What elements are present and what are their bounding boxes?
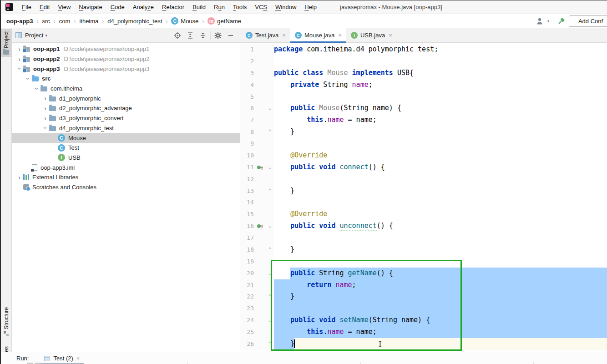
code-line-text[interactable]: public void unconnect() {: [274, 220, 607, 232]
fold-marker-icon[interactable]: ⌄: [266, 162, 274, 173]
menu-refactor[interactable]: Refactor: [158, 0, 188, 14]
hide-panel-icon[interactable]: [225, 30, 236, 41]
code-line-1[interactable]: 1package com.itheima.d4_polymorphic_test…: [240, 44, 607, 56]
code-line-text[interactable]: this.name = name;: [274, 326, 607, 338]
code-line-11[interactable]: 11↑⌄ public void connect() {: [240, 162, 607, 173]
code-line-24[interactable]: 24⌄ public void setName(String name) {: [240, 314, 607, 326]
code-line-text[interactable]: public void setName(String name) {: [274, 314, 607, 326]
build-hammer-icon[interactable]: [557, 17, 565, 25]
tree-expander-icon[interactable]: ›: [41, 115, 49, 121]
tree-item-external-libraries[interactable]: ›External Libraries: [12, 172, 240, 182]
code-line-text[interactable]: public String getName() {: [274, 268, 607, 279]
tree-item-oop-app2[interactable]: ›oop-app2D:\code\javasepromax\oop-app2: [12, 54, 240, 64]
locate-file-icon[interactable]: [172, 30, 183, 41]
editor-tab-mouse-java[interactable]: CMouse.java×: [290, 28, 346, 42]
code-line-8[interactable]: 8⌃ }: [240, 126, 607, 138]
fold-marker-icon[interactable]: ⌃: [266, 244, 274, 256]
menu-window[interactable]: Window: [271, 0, 300, 14]
fold-marker-icon[interactable]: ⌃: [266, 185, 274, 197]
code-line-9[interactable]: 9: [240, 138, 607, 150]
menu-view[interactable]: View: [54, 0, 75, 14]
menu-help[interactable]: Help: [300, 0, 321, 14]
code-line-4[interactable]: 4 private String name;: [240, 79, 607, 91]
code-line-20[interactable]: 20⌄ public String getName() {: [240, 268, 607, 279]
tree-item-usb[interactable]: IUSB: [12, 153, 240, 163]
tree-item-d3-polymorphic-convert[interactable]: ›d3_polymorphic_convert: [12, 113, 240, 123]
user-account-icon[interactable]: [536, 18, 546, 25]
code-line-17[interactable]: 17: [240, 232, 607, 244]
tree-item-oop-app3[interactable]: ›oop-app3D:\code\javasepromax\oop-app3: [12, 64, 240, 74]
code-line-text[interactable]: [274, 256, 607, 268]
tree-item-d2-polymorphic-advantage[interactable]: ›d2_polymorphic_advantage: [12, 103, 240, 113]
tab-close-icon[interactable]: ×: [282, 32, 286, 39]
code-line-18[interactable]: 18⌃ }: [240, 244, 607, 256]
code-line-text[interactable]: public void connect() {: [274, 162, 607, 173]
code-line-text[interactable]: [274, 173, 607, 185]
menu-vcs[interactable]: VCS: [251, 0, 271, 14]
breadcrumb-item-itheima[interactable]: itheima: [79, 18, 98, 25]
breadcrumb-item-com[interactable]: com: [59, 18, 71, 25]
code-line-text[interactable]: return name;: [274, 279, 607, 291]
tree-item-com-itheima[interactable]: ›com.itheima: [12, 84, 240, 94]
tree-expander-icon[interactable]: ›: [41, 95, 49, 101]
editor-tab-test-java[interactable]: CTest.java×: [241, 28, 290, 42]
project-view-dropdown-icon[interactable]: ▾: [45, 33, 47, 38]
tab-close-icon[interactable]: ×: [389, 32, 392, 39]
fold-marker-icon[interactable]: ⌃: [266, 291, 274, 303]
code-line-5[interactable]: 5: [240, 91, 607, 103]
code-line-6[interactable]: 6⌄ public Mouse(String name) {: [240, 102, 607, 114]
tree-item-scratches-and-consoles[interactable]: Scratches and Consoles: [12, 182, 240, 192]
add-configuration-button[interactable]: Add Conf: [569, 15, 607, 27]
user-dropdown-caret-icon[interactable]: ▾: [547, 19, 549, 23]
expand-all-icon[interactable]: [185, 30, 196, 41]
code-line-10[interactable]: 10 @Override: [240, 150, 607, 162]
code-line-text[interactable]: @Override: [274, 150, 607, 162]
code-line-text[interactable]: [274, 197, 607, 208]
code-line-25[interactable]: 25 this.name = name;: [240, 326, 607, 338]
code-line-text[interactable]: }: [274, 291, 607, 303]
code-line-12[interactable]: 12: [240, 173, 607, 185]
menu-run[interactable]: Run: [210, 0, 229, 14]
collapse-all-icon[interactable]: [197, 30, 208, 41]
overrides-method-gutter-icon[interactable]: ↑: [256, 220, 266, 232]
code-line-13[interactable]: 13⌃ }: [240, 185, 607, 197]
breadcrumb-item-mouse[interactable]: CMouse: [171, 17, 198, 25]
code-line-26[interactable]: 26⌃ }: [240, 338, 607, 350]
tab-close-icon[interactable]: ×: [338, 32, 342, 39]
code-line-text[interactable]: [274, 138, 607, 150]
run-tab-test[interactable]: Test (2) ×: [40, 352, 84, 364]
code-line-text[interactable]: [274, 91, 607, 103]
tree-item-d1-polymorphic[interactable]: ›d1_polymorphic: [12, 93, 240, 103]
menu-code[interactable]: Code: [106, 0, 129, 14]
tree-item-mouse[interactable]: CMouse: [12, 133, 240, 143]
tree-item-test[interactable]: CTest: [12, 143, 240, 153]
menu-tools[interactable]: Tools: [229, 0, 251, 14]
code-line-text[interactable]: @Override: [274, 208, 607, 220]
breadcrumb-item-src[interactable]: src: [42, 18, 50, 25]
code-line-text[interactable]: [274, 56, 607, 67]
code-line-3[interactable]: 3public class Mouse implements USB{: [240, 67, 607, 79]
code-line-text[interactable]: public Mouse(String name) {: [274, 102, 607, 114]
editor-tab-usb-java[interactable]: IUSB.java×: [346, 28, 397, 42]
fold-marker-icon[interactable]: ⌄: [266, 268, 274, 279]
tree-item-src[interactable]: ›src: [12, 74, 240, 84]
code-line-7[interactable]: 7 this.name = name;: [240, 114, 607, 126]
code-line-text[interactable]: }: [274, 126, 607, 138]
overrides-method-gutter-icon[interactable]: ↑: [256, 162, 266, 173]
tree-expander-icon[interactable]: ›: [34, 85, 40, 92]
project-pane-title[interactable]: Project: [25, 32, 43, 39]
menu-analyze[interactable]: Analyze: [129, 0, 158, 14]
menu-file[interactable]: File: [18, 0, 35, 14]
breadcrumb-item-oop-app3[interactable]: oop-app3: [6, 18, 33, 25]
code-line-14[interactable]: 14: [240, 197, 607, 208]
code-line-text[interactable]: }: [274, 338, 607, 350]
tree-expander-icon[interactable]: ›: [15, 174, 23, 181]
fold-marker-icon[interactable]: ⌄: [266, 220, 274, 232]
settings-gear-icon[interactable]: [212, 30, 223, 41]
fold-marker-icon[interactable]: ⌄: [266, 314, 274, 326]
fold-marker-icon[interactable]: ⌄: [266, 102, 274, 114]
menu-build[interactable]: Build: [188, 0, 210, 14]
code-line-19[interactable]: 19: [240, 256, 607, 268]
tree-expander-icon[interactable]: ›: [16, 65, 23, 73]
code-line-23[interactable]: 23: [240, 303, 607, 314]
